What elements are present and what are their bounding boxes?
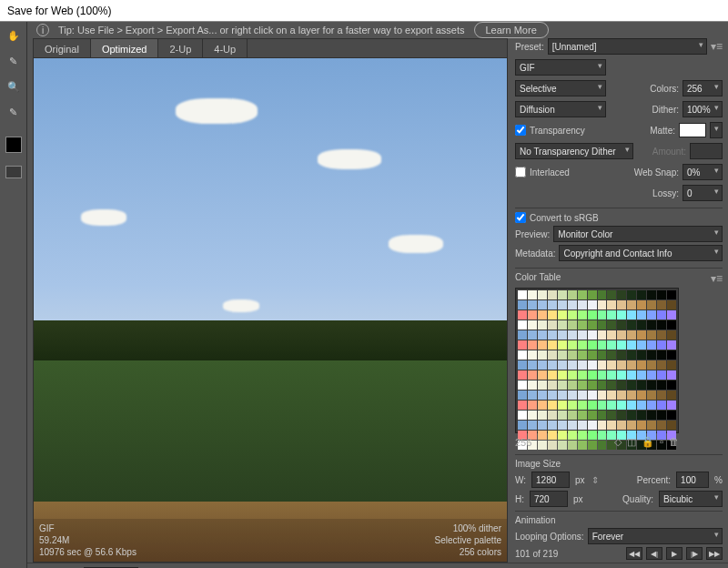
pct-unit: % [714, 475, 723, 485]
preset-label: Preset: [515, 42, 544, 52]
last-frame-button[interactable]: ▶▶ [706, 547, 723, 560]
color-table-grid[interactable] [515, 288, 679, 433]
slice-visibility-icon[interactable] [5, 166, 22, 178]
ct-map-icon[interactable]: ◫ [627, 436, 636, 448]
info-format: GIF [39, 522, 136, 534]
preset-menu-icon[interactable]: ▾≡ [711, 40, 723, 53]
hand-tool-icon[interactable]: ✋ [5, 27, 23, 44]
slice-tool-icon[interactable]: ✎ [5, 53, 23, 69]
animation-label: Animation [515, 515, 723, 525]
trans-dither-select[interactable]: No Transparency Dither [515, 143, 633, 159]
percent-input[interactable] [676, 472, 709, 488]
metadata-select[interactable]: Copyright and Contact Info [559, 245, 723, 261]
ct-trash-icon[interactable]: 🗑 [669, 436, 679, 448]
interlaced-checkbox[interactable] [515, 167, 526, 178]
info-palette: Selective palette [435, 534, 501, 546]
learn-more-button[interactable]: Learn More [474, 22, 549, 38]
first-frame-button[interactable]: ◀◀ [626, 547, 642, 560]
websnap-select[interactable]: 0% [682, 164, 723, 180]
preview-tabs: Original Optimized 2-Up 4-Up [33, 38, 508, 58]
color-table-label: Color Table [515, 272, 561, 282]
tab-4up[interactable]: 4-Up [203, 39, 248, 57]
loop-select[interactable]: Forever [588, 528, 723, 544]
colors-select[interactable]: 256 [682, 80, 723, 96]
color-table-menu-icon[interactable]: ▾≡ [711, 272, 723, 285]
eyedropper-tool-icon[interactable]: ✎ [5, 104, 23, 120]
matte-label: Matte: [650, 126, 675, 136]
preview-select[interactable]: Monitor Color [553, 226, 723, 242]
tip-text: Tip: Use File > Export > Export As... or… [58, 25, 465, 36]
info-time: 10976 sec @ 56.6 Kbps [39, 546, 136, 558]
tab-2up[interactable]: 2-Up [158, 39, 203, 57]
info-colors: 256 colors [435, 546, 501, 558]
w-label: W: [515, 475, 526, 485]
link-icon[interactable]: ⇕ [591, 475, 600, 485]
h-unit: px [573, 494, 583, 504]
image-size-label: Image Size [515, 459, 723, 469]
dither-select[interactable]: 100% [682, 101, 723, 117]
loop-label: Looping Options: [515, 532, 584, 542]
srgb-checkbox[interactable] [515, 212, 526, 223]
frame-count: 101 of 219 [515, 549, 558, 559]
reduction-select[interactable]: Selective [515, 80, 606, 96]
prev-frame-button[interactable]: ◀| [646, 547, 662, 560]
dither-label: Dither: [652, 105, 679, 115]
percent-label: Percent: [637, 475, 671, 485]
matte-swatch[interactable] [679, 123, 706, 137]
h-label: H: [515, 494, 524, 504]
eyedropper-color-swatch[interactable] [5, 137, 22, 153]
play-button[interactable]: ▶ [666, 547, 682, 560]
preview-canvas[interactable]: GIF 59.24M 10976 sec @ 56.6 Kbps 100% di… [33, 58, 508, 563]
metadata-label: Metadata: [515, 248, 555, 259]
window-titlebar: Save for Web (100%) [0, 0, 728, 22]
interlaced-label: Interlaced [530, 167, 570, 178]
format-select[interactable]: GIF [515, 59, 606, 76]
tip-bar: i Tip: Use File > Export > Export As... … [27, 22, 728, 38]
ct-new-icon[interactable]: ▫ [660, 436, 663, 448]
colors-label: Colors: [650, 84, 679, 94]
w-unit: px [575, 475, 585, 485]
amount-input [690, 143, 723, 159]
websnap-label: Web Snap: [634, 167, 679, 178]
tool-column: ✋ ✎ 🔍 ✎ [0, 22, 27, 568]
info-icon: i [36, 24, 49, 36]
lossy-label: Lossy: [652, 188, 679, 198]
height-input[interactable] [530, 491, 568, 507]
zoom-tool-icon[interactable]: 🔍 [5, 78, 23, 95]
settings-panel: Preset: [Unnamed] ▾≡ GIF Selective Color… [515, 38, 723, 563]
transparency-label: Transparency [530, 126, 585, 136]
quality-label: Quality: [622, 494, 653, 504]
transparency-checkbox[interactable] [515, 125, 526, 136]
next-frame-button[interactable]: |▶ [686, 547, 703, 560]
width-input[interactable] [531, 472, 570, 488]
matte-select[interactable] [710, 122, 723, 138]
ct-sel-icon[interactable]: ◇ [614, 436, 622, 448]
preset-select[interactable]: [Unnamed] [548, 38, 707, 55]
lossy-select[interactable]: 0 [682, 185, 723, 201]
preview-label: Preview: [515, 229, 550, 239]
info-dither: 100% dither [435, 522, 501, 534]
tab-optimized[interactable]: Optimized [91, 39, 159, 57]
srgb-label: Convert to sRGB [530, 213, 599, 223]
info-size: 59.24M [39, 534, 136, 546]
ct-lock-icon[interactable]: 🔒 [642, 436, 654, 448]
dither-alg-select[interactable]: Diffusion [515, 101, 606, 117]
color-count: 256 [515, 437, 531, 448]
quality-select[interactable]: Bicubic [659, 491, 723, 507]
amount-label: Amount: [652, 147, 686, 157]
tab-original[interactable]: Original [34, 39, 91, 57]
